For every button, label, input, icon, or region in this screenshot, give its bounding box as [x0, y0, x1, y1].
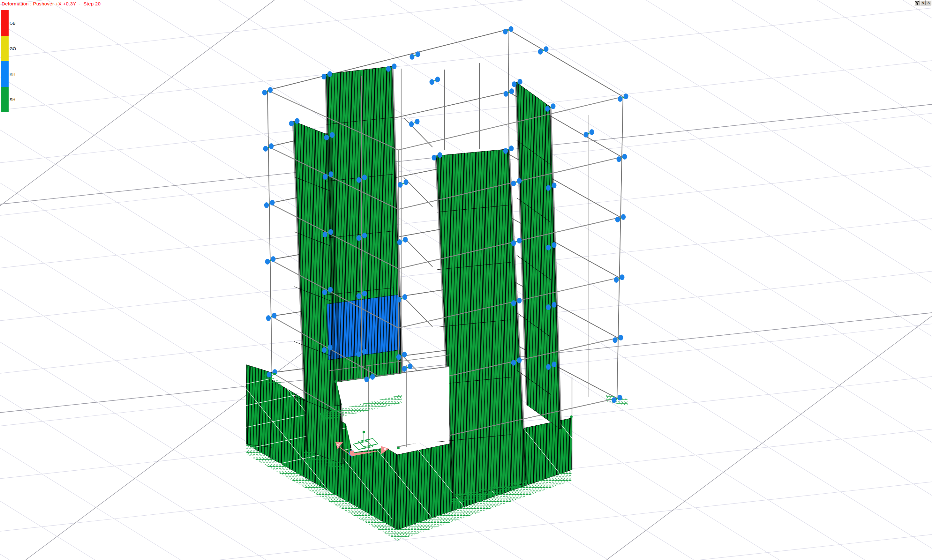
joint-dot[interactable]: [267, 372, 272, 377]
joint-dot[interactable]: [270, 200, 275, 206]
joint-dot[interactable]: [402, 366, 407, 372]
joint-dot[interactable]: [619, 335, 623, 340]
joint-dot[interactable]: [295, 118, 300, 124]
joint-dot[interactable]: [551, 103, 556, 109]
joint-dot[interactable]: [430, 79, 434, 85]
joint-dot[interactable]: [408, 363, 413, 369]
joint-dot[interactable]: [398, 182, 403, 188]
joint-dot[interactable]: [552, 302, 557, 308]
joint-dot[interactable]: [396, 354, 401, 360]
joint-dot[interactable]: [416, 51, 421, 57]
joint-dot[interactable]: [330, 132, 335, 138]
joint-dot[interactable]: [328, 345, 333, 350]
n-button[interactable]: N: [920, 0, 926, 5]
joint-dot[interactable]: [365, 377, 369, 382]
joint-dot[interactable]: [324, 135, 329, 140]
joint-dot[interactable]: [397, 297, 402, 303]
joint-dot[interactable]: [546, 305, 551, 310]
joint-dot[interactable]: [356, 177, 361, 183]
joint-dot[interactable]: [362, 232, 367, 238]
joint-dot[interactable]: [511, 300, 516, 306]
joint-dot[interactable]: [362, 175, 367, 180]
joint-dot[interactable]: [613, 337, 618, 343]
joint-dot[interactable]: [624, 94, 629, 99]
joint-dot[interactable]: [322, 289, 327, 295]
joint-dot[interactable]: [552, 242, 557, 248]
joint-dot[interactable]: [263, 146, 268, 152]
filter-button[interactable]: [914, 0, 920, 5]
joint-dot[interactable]: [617, 156, 621, 162]
joint-dot[interactable]: [328, 71, 332, 77]
joint-dot[interactable]: [362, 349, 367, 354]
joint-dot[interactable]: [544, 46, 548, 52]
joint-dot[interactable]: [397, 239, 402, 245]
joint-dot[interactable]: [322, 347, 327, 353]
joint-dot[interactable]: [504, 91, 508, 97]
joint-dot[interactable]: [546, 245, 551, 251]
joint-dot[interactable]: [323, 174, 328, 180]
joint-dot[interactable]: [517, 178, 522, 184]
joint-dot[interactable]: [509, 88, 514, 94]
joint-dot[interactable]: [410, 54, 414, 60]
joint-dot[interactable]: [584, 132, 588, 137]
joint-dot[interactable]: [538, 49, 543, 55]
joint-dot[interactable]: [264, 202, 269, 208]
joint-dot[interactable]: [546, 185, 551, 191]
joint-dot[interactable]: [329, 171, 334, 177]
joint-dot[interactable]: [620, 274, 625, 280]
up-button[interactable]: Λ: [926, 0, 931, 5]
joint-dot[interactable]: [392, 63, 397, 69]
joint-dot[interactable]: [356, 293, 361, 299]
joint-dot[interactable]: [328, 287, 333, 292]
joint-dot[interactable]: [614, 277, 619, 283]
joint-dot[interactable]: [265, 259, 270, 265]
joint-dot[interactable]: [362, 291, 367, 297]
joint-dot[interactable]: [503, 148, 508, 154]
joint-dot[interactable]: [435, 77, 440, 82]
joint-dot[interactable]: [511, 240, 516, 246]
joint-dot[interactable]: [432, 155, 437, 160]
joint-dot[interactable]: [517, 238, 522, 243]
joint-dot[interactable]: [269, 143, 274, 149]
joint-dot[interactable]: [517, 357, 522, 363]
joint-dot[interactable]: [622, 154, 627, 160]
joint-dot[interactable]: [511, 360, 516, 366]
joint-dot[interactable]: [509, 146, 514, 151]
joint-dot[interactable]: [328, 229, 333, 235]
joint-dot[interactable]: [518, 79, 522, 85]
joint-dot[interactable]: [438, 152, 442, 158]
joint-dot[interactable]: [356, 235, 361, 241]
joint-dot[interactable]: [402, 294, 407, 300]
joint-dot[interactable]: [511, 181, 516, 186]
joint-dot[interactable]: [386, 66, 391, 72]
joint-dot[interactable]: [612, 397, 617, 403]
joint-dot[interactable]: [546, 364, 551, 370]
joint-dot[interactable]: [552, 183, 557, 188]
joint-dot[interactable]: [271, 256, 276, 262]
joint-dot[interactable]: [509, 26, 513, 32]
joint-dot[interactable]: [415, 119, 420, 125]
joint-dot[interactable]: [618, 395, 622, 400]
joint-dot[interactable]: [621, 214, 626, 220]
joint-dot[interactable]: [262, 90, 267, 95]
joint-dot[interactable]: [503, 29, 508, 34]
joint-dot[interactable]: [615, 217, 620, 222]
joint-dot[interactable]: [268, 87, 273, 93]
joint-dot[interactable]: [323, 232, 328, 237]
joint-dot[interactable]: [512, 82, 517, 87]
joint-dot[interactable]: [618, 96, 623, 102]
joint-dot[interactable]: [356, 351, 361, 357]
joint-dot[interactable]: [545, 106, 550, 112]
joint-dot[interactable]: [552, 362, 557, 367]
model-3d-viewport[interactable]: [0, 0, 932, 560]
joint-dot[interactable]: [403, 237, 408, 243]
joint-dot[interactable]: [409, 121, 414, 127]
joint-dot[interactable]: [402, 352, 407, 357]
joint-dot[interactable]: [289, 121, 294, 126]
joint-dot[interactable]: [517, 298, 522, 303]
joint-dot[interactable]: [404, 179, 408, 185]
joint-dot[interactable]: [266, 315, 271, 321]
joint-dot[interactable]: [590, 129, 594, 135]
joint-dot[interactable]: [272, 313, 277, 318]
joint-dot[interactable]: [322, 74, 327, 80]
